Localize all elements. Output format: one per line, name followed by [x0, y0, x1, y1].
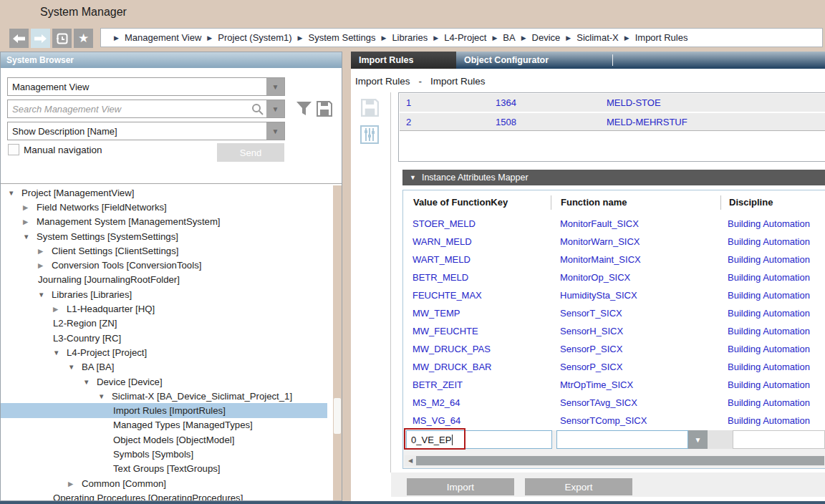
function-name-combobox[interactable] [556, 430, 688, 449]
column-divider[interactable] [720, 195, 721, 210]
tab-import-rules[interactable]: Import Rules [351, 52, 456, 69]
mapper-row[interactable]: MS_M2_64SensorTAvg_SICXBuilding Automati… [403, 394, 825, 412]
expand-icon[interactable]: ▶ [38, 247, 49, 255]
mapper-row[interactable]: MW_DRUCK_BARSensorP_SICXBuilding Automat… [403, 359, 825, 377]
function-key-cell[interactable]: MS_M2_64 [412, 397, 460, 408]
collapse-icon[interactable]: ▼ [23, 233, 34, 241]
collapse-icon[interactable]: ▼ [53, 349, 64, 357]
tree-item[interactable]: ▼Project [ManagementView] [1, 185, 327, 200]
breadcrumb-item[interactable]: Device [532, 32, 561, 43]
scroll-left-icon[interactable]: ◀ [406, 455, 415, 466]
discipline-cell[interactable]: Building Automation [728, 415, 810, 426]
expand-icon[interactable]: ▶ [53, 305, 64, 313]
discipline-cell[interactable]: Building Automation [728, 272, 810, 283]
tree-item[interactable]: ▶Common [Common] [1, 476, 327, 490]
tab-object-configurator[interactable]: Object Configurator [456, 52, 612, 69]
column-header-discipline[interactable]: Discipline [729, 190, 773, 214]
workspace-breadcrumb-primary[interactable]: Import Rules [355, 76, 410, 87]
mapper-row[interactable]: BETR_MELDMonitorOp_SICXBuilding Automati… [403, 269, 825, 287]
tree-scrollbar[interactable] [333, 185, 342, 500]
instance-attributes-mapper-header[interactable]: ▼ Instance Attributes Mapper [402, 170, 825, 185]
history-button[interactable] [52, 29, 72, 48]
discipline-cell[interactable]: Building Automation [728, 326, 810, 336]
tree-scrollbar-thumb[interactable] [334, 398, 341, 434]
chevron-down-icon[interactable]: ▼ [266, 78, 284, 95]
tree-item[interactable]: ▼Libraries [Libraries] [1, 287, 327, 301]
attribute-mapper-icon[interactable] [360, 125, 380, 145]
save-icon[interactable] [361, 99, 379, 117]
horizontal-scrollbar[interactable]: ◀ [405, 455, 824, 466]
breadcrumb-item[interactable]: Libraries [392, 32, 428, 43]
column-header-function-name[interactable]: Function name [561, 190, 627, 214]
discipline-cell[interactable]: Building Automation [728, 379, 810, 390]
chevron-down-icon[interactable]: ▼ [266, 100, 284, 117]
send-button[interactable]: Send [217, 143, 284, 162]
discipline-field[interactable] [733, 430, 825, 449]
export-button[interactable]: Export [525, 478, 632, 495]
tree-item[interactable]: ▶L1-Headquarter [HQ] [1, 301, 327, 316]
mapper-row[interactable]: MW_DRUCK_PASSensorP_SICXBuilding Automat… [403, 341, 825, 359]
tree-item[interactable]: ▼Siclimat-X [BA_Device_Siclimat_Project_… [1, 389, 327, 403]
discipline-cell[interactable]: Building Automation [728, 397, 810, 408]
mapper-row[interactable]: BETR_ZEITMtrOpTime_SICXBuilding Automati… [403, 377, 825, 394]
mapper-row[interactable]: WARN_MELDMonitorWarn_SICXBuilding Automa… [403, 233, 825, 251]
search-icon[interactable] [248, 103, 266, 115]
tree-item[interactable]: Symbols [Symbols] [1, 447, 327, 461]
import-button[interactable]: Import [407, 478, 514, 495]
function-name-cell[interactable]: HumiditySta_SICX [560, 290, 637, 301]
function-key-cell[interactable]: MW_FEUCHTE [412, 326, 478, 336]
manual-navigation-checkbox[interactable] [8, 144, 19, 155]
function-name-cell[interactable]: SensorH_SICX [560, 326, 623, 336]
discipline-cell[interactable]: Building Automation [728, 344, 810, 354]
description-selector[interactable]: Show Description [Name] ▼ [7, 122, 285, 140]
expand-icon[interactable]: ▶ [68, 480, 79, 488]
tree-item[interactable]: L2-Region [ZN] [1, 316, 327, 331]
discipline-cell[interactable]: Building Automation [728, 308, 810, 319]
breadcrumb-item[interactable]: Siclimat-X [576, 32, 619, 43]
column-header-function-key[interactable]: Value of FunctionKey [413, 190, 508, 214]
function-key-cell[interactable]: MW_TEMP [412, 308, 460, 319]
function-key-cell[interactable]: BETR_MELD [412, 272, 468, 283]
rule-row[interactable]: 21508MELD-MEHRSTUF [400, 113, 825, 131]
breadcrumb-item[interactable]: System Settings [309, 32, 376, 43]
discipline-cell[interactable]: Building Automation [728, 362, 810, 372]
function-key-cell[interactable]: MS_VG_64 [412, 415, 460, 426]
rule-row[interactable]: 11364MELD-STOE [400, 94, 825, 112]
collapse-icon[interactable]: ▼ [83, 378, 94, 386]
tree-item[interactable]: ▼System Settings [SystemSettings] [1, 229, 327, 243]
function-name-cell[interactable]: MonitorMaint_SICX [560, 254, 641, 265]
collapse-icon[interactable]: ▼ [38, 291, 49, 299]
breadcrumb-item[interactable]: L4-Project [444, 32, 486, 43]
function-key-cell[interactable]: BETR_ZEIT [412, 379, 463, 390]
function-name-cell[interactable]: MtrOpTime_SICX [560, 379, 633, 390]
function-key-cell[interactable]: MW_DRUCK_BAR [412, 362, 492, 372]
tree-item[interactable]: Managed Types [ManagedTypes] [1, 418, 327, 432]
breadcrumb-item[interactable]: Import Rules [635, 32, 688, 43]
save-filter-icon[interactable] [317, 101, 332, 117]
mapper-row[interactable]: MS_VG_64SensorTComp_SICXBuilding Automat… [403, 412, 825, 430]
expand-icon[interactable]: ▶ [38, 261, 49, 269]
tree-item[interactable]: ▶Client Settings [ClientSettings] [1, 243, 327, 258]
breadcrumb-item[interactable]: Management View [125, 32, 201, 43]
function-name-cell[interactable]: SensorT_SICX [560, 308, 622, 319]
mapper-row[interactable]: MW_TEMPSensorT_SICXBuilding Automation [403, 305, 825, 323]
tree-item[interactable]: ▼BA [BA] [1, 360, 327, 374]
function-key-cell[interactable]: WART_MELD [412, 254, 471, 265]
column-divider[interactable] [551, 195, 551, 210]
breadcrumb-item[interactable]: BA [503, 32, 515, 43]
collapse-triangle-icon[interactable]: ▼ [410, 174, 416, 181]
mapper-row[interactable]: MW_FEUCHTESensorH_SICXBuilding Automatio… [403, 323, 825, 341]
tree-item[interactable]: Text Groups [TextGroups] [1, 462, 327, 476]
workspace-breadcrumb-secondary[interactable]: Import Rules [430, 76, 486, 87]
breadcrumb-item[interactable]: Project (System1) [218, 32, 291, 43]
collapse-icon[interactable]: ▼ [8, 189, 19, 197]
tree-item[interactable]: ▼L4-Project [Project] [1, 345, 327, 359]
horizontal-scrollbar-thumb[interactable] [416, 456, 824, 465]
function-name-cell[interactable]: SensorP_SICX [560, 344, 622, 354]
function-name-cell[interactable]: SensorTAvg_SICX [560, 397, 637, 408]
function-key-cell[interactable]: MW_DRUCK_PAS [412, 344, 491, 354]
tree-item[interactable]: Object Models [ObjectModel] [1, 432, 327, 447]
function-key-cell[interactable]: FEUCHTE_MAX [412, 290, 482, 301]
discipline-cell[interactable]: Building Automation [728, 254, 810, 265]
function-name-cell[interactable]: SensorTComp_SICX [560, 415, 647, 426]
